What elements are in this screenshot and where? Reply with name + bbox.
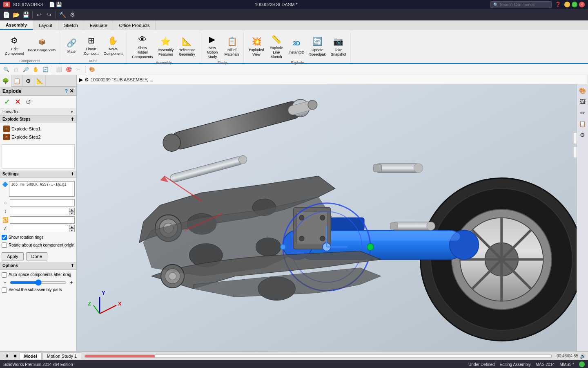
right-tasks-icon[interactable]: 📋 — [578, 119, 588, 129]
new-motion-button[interactable]: ▶ New Motion Study — [203, 32, 221, 60]
bill-of-materials-button[interactable]: 📋 Bill of Materials — [223, 34, 241, 58]
svg-rect-45 — [393, 222, 431, 230]
angle-up-button[interactable]: ▲ — [69, 225, 75, 229]
options-title: Options — [2, 263, 18, 268]
status-mas: MAS 2014 — [536, 362, 555, 367]
tab-motion-study-1[interactable]: Motion Study 1 — [42, 352, 81, 359]
new-file-icon[interactable]: 📄 — [2, 10, 11, 19]
confirm-cancel-button[interactable]: ✕ — [13, 97, 22, 106]
viewport[interactable]: ▶ ⚙ 10000239 "SUB ASSEMBLY, ... — [77, 75, 588, 351]
update-speedpak-button[interactable]: 🔄 Update Speedpak — [307, 34, 327, 58]
assembly-features-button[interactable]: ⭐ Assembly Features — [156, 34, 175, 58]
property-manager-tab[interactable]: 📋 — [11, 75, 23, 87]
select-subassembly-checkbox[interactable] — [2, 287, 7, 293]
explode-step-2[interactable]: E Explode Step2 — [2, 133, 75, 141]
show-rotation-rings-checkbox[interactable] — [2, 235, 7, 240]
feature-tree-expand-icon[interactable]: ▶ — [79, 77, 83, 83]
edit-component-button[interactable]: ⚙ Edit Component — [3, 33, 26, 57]
explode-steps-collapse-icon[interactable]: ⬆ — [71, 117, 74, 121]
toolbar-save-icon[interactable]: 💾 — [56, 2, 62, 7]
feature-manager-tab[interactable]: 🌳 — [0, 75, 11, 87]
section-view-icon[interactable]: ✂ — [74, 65, 83, 74]
assembly-icon: ⚙ — [85, 77, 89, 83]
tab-model[interactable]: Model — [20, 352, 42, 359]
search-input[interactable] — [500, 2, 549, 7]
distance-down-button[interactable]: ▼ — [69, 211, 75, 215]
rotate-each-checkbox[interactable] — [2, 242, 7, 248]
spacing-slider[interactable] — [10, 281, 67, 284]
spacing-decrease-button[interactable]: − — [2, 279, 8, 286]
panel-help-icon[interactable]: ? — [65, 88, 68, 94]
tab-evaluate[interactable]: Evaluate — [84, 20, 114, 30]
redo-icon[interactable]: ↪ — [45, 10, 53, 19]
axis-field[interactable]: XYRing@Edge<1> @SHOCK — [10, 216, 75, 224]
instant3d-button[interactable]: 3D Instant3D — [287, 36, 306, 56]
dim-xpert-tab[interactable]: 📐 — [34, 75, 46, 87]
config-manager-tab[interactable]: ⚙ — [23, 75, 34, 87]
timeline-bar[interactable] — [85, 355, 552, 358]
toolbar-file-icon[interactable]: 📄 — [49, 2, 55, 7]
angle-field[interactable]: 0deg — [10, 225, 68, 232]
right-scene-icon[interactable]: 🖼 — [578, 97, 588, 107]
distance-field[interactable]: 72.70861897mm — [10, 208, 68, 215]
open-icon[interactable]: 📂 — [11, 10, 20, 19]
settings-collapse-icon[interactable]: ⬆ — [71, 172, 74, 176]
view-orientation-icon[interactable]: 🎯 — [64, 65, 73, 74]
apply-button[interactable]: Apply — [2, 252, 24, 260]
appearance-icon[interactable]: 🎨 — [87, 65, 96, 74]
help-icon[interactable]: ❓ — [555, 2, 561, 7]
tab-assembly[interactable]: Assembly — [0, 20, 33, 30]
right-custom-props-icon[interactable]: ⚙ — [578, 130, 588, 140]
status-editing-assembly: Editing Assembly — [500, 362, 531, 367]
component-field[interactable]: 165 mm SHOCK ASSY-1-1@1@1 — [9, 181, 75, 197]
pan-icon[interactable]: ✋ — [31, 65, 40, 74]
tab-layout[interactable]: Layout — [33, 20, 58, 30]
insert-components-button[interactable]: 📦 Insert Components — [27, 38, 57, 53]
maximize-button[interactable]: □ — [572, 2, 577, 7]
angle-down-button[interactable]: ▼ — [69, 229, 75, 232]
mate-button[interactable]: 🔗 Mate — [62, 36, 80, 55]
take-snapshot-button[interactable]: 📷 Take Snapshot — [329, 34, 348, 58]
confirm-ok-button[interactable]: ✓ — [2, 97, 11, 106]
edge-field-row: ↔ Z@Edge<1> @SHOCK BRAC — [2, 199, 75, 206]
close-button[interactable]: ✕ — [579, 2, 585, 7]
rotate-icon[interactable]: 🔄 — [41, 65, 50, 74]
panel-close-icon[interactable]: ✕ — [69, 88, 74, 94]
reference-geometry-button[interactable]: 📐 Reference Geometry — [177, 34, 197, 58]
distance-up-button[interactable]: ▲ — [69, 208, 75, 211]
timeline-time: 00:43/04:55 — [557, 354, 578, 358]
svg-point-53 — [169, 272, 176, 280]
options-icon[interactable]: ⚙ — [68, 10, 77, 19]
linear-component-button[interactable]: ⊞ Linear Compo... — [82, 33, 100, 57]
spacing-increase-button[interactable]: + — [68, 279, 75, 286]
tab-sketch[interactable]: Sketch — [58, 20, 84, 30]
tab-office[interactable]: Office Products — [113, 20, 156, 30]
rebuild-icon[interactable]: 🔨 — [58, 10, 67, 19]
minimize-button[interactable]: — — [564, 2, 570, 7]
move-component-button[interactable]: ✋ Move Component — [102, 33, 125, 57]
status-info: Under Defined Editing Assembly MAS 2014 … — [468, 361, 585, 367]
show-hidden-button[interactable]: 👁 Show Hidden Components — [130, 32, 154, 60]
zoom-to-fit-icon[interactable]: 🔍 — [2, 65, 11, 74]
explode-line-button[interactable]: 📏 Explode Line Sketch — [267, 32, 285, 60]
zoom-in-icon[interactable]: 🔎 — [21, 65, 30, 74]
save-icon[interactable]: 💾 — [21, 10, 30, 19]
3d-scene[interactable]: Y X Z — [77, 84, 577, 351]
exploded-view-button[interactable]: 💥 Exploded View — [247, 34, 266, 58]
done-button[interactable]: Done — [26, 252, 47, 260]
zoom-to-selection-icon[interactable]: ⊡ — [11, 65, 20, 74]
edge-field[interactable]: Z@Edge<1> @SHOCK BRAC — [10, 199, 75, 206]
confirm-refresh-button[interactable]: ↺ — [24, 97, 33, 106]
undo-icon[interactable]: ↩ — [35, 10, 44, 19]
play-pause-button[interactable]: ⏸ — [3, 352, 11, 360]
component-icon: 🔷 — [2, 181, 8, 188]
stop-button[interactable]: ⏹ — [11, 352, 19, 360]
how-to-row[interactable]: How-To: ▼ — [0, 108, 76, 116]
explode-step-1[interactable]: E Explode Step1 — [2, 125, 75, 133]
options-collapse-icon[interactable]: ⬆ — [71, 263, 74, 268]
volume-icon[interactable]: 🔊 — [579, 352, 586, 360]
right-decals-icon[interactable]: ✏ — [578, 108, 588, 118]
auto-space-checkbox[interactable] — [2, 272, 7, 278]
display-style-icon[interactable]: ⬜ — [54, 65, 63, 74]
right-appearance-icon[interactable]: 🎨 — [578, 86, 588, 96]
